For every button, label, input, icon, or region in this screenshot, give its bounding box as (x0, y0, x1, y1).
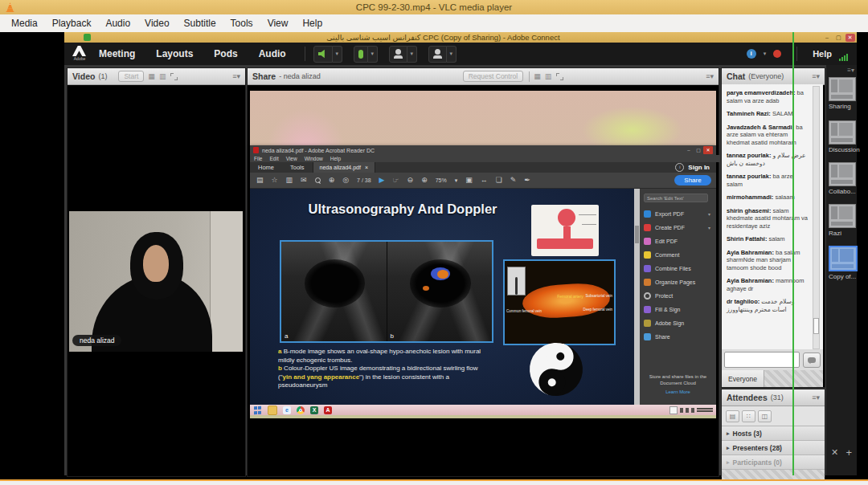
connect-menu-layouts[interactable]: Layouts (145, 48, 203, 59)
attendees-pod-menu-icon[interactable]: ≡▾ (812, 393, 820, 401)
share-fullscreen-icon[interactable] (556, 73, 563, 80)
tab-tools[interactable]: Tools (282, 164, 313, 171)
microphone-button[interactable] (354, 46, 368, 63)
tool-export-pdf[interactable]: Export PDF▾ (644, 207, 712, 221)
chat-message-list[interactable]: parya emamverdizadeh: ba salam va arze a… (722, 84, 823, 349)
email-icon[interactable]: ✉ (301, 177, 307, 184)
pencil-icon[interactable]: ✎ (510, 177, 517, 184)
acrobat-menu-window[interactable]: Window (305, 156, 323, 161)
screen-view-icon[interactable]: ▦ (534, 72, 541, 80)
webcam-dropdown[interactable]: ▾ (407, 46, 417, 63)
microphone-dropdown[interactable]: ▾ (368, 46, 378, 63)
hand-tool-icon[interactable]: ☞ (393, 177, 399, 184)
tool-adobe-sign[interactable]: Adobe Sign (644, 316, 712, 330)
send-chat-button[interactable] (803, 353, 821, 368)
vlc-menu-media[interactable]: Media (5, 16, 44, 31)
tools-search-input[interactable]: Search 'Edit Text' (644, 194, 708, 202)
file-explorer-icon[interactable] (268, 406, 277, 415)
connect-minimize-button[interactable]: – (822, 34, 832, 42)
connect-close-button[interactable]: ✕ (845, 34, 855, 42)
vlc-menu-subtitle[interactable]: Subtitle (178, 16, 223, 31)
vlc-menu-help[interactable]: Help (296, 16, 329, 31)
webcam-button[interactable] (389, 46, 407, 63)
tool-create-pdf[interactable]: Create PDF▾ (644, 221, 712, 234)
layout-thumb-razi[interactable] (829, 204, 856, 228)
acrobat-menu-help[interactable]: Help (330, 156, 341, 161)
fit-width-icon[interactable]: ↔ (481, 177, 488, 184)
vlc-menu-view[interactable]: View (261, 16, 295, 31)
connect-menu-pods[interactable]: Pods (203, 48, 248, 59)
vlc-menu-video[interactable]: Video (138, 16, 175, 31)
zoom-level[interactable]: 75% (436, 177, 447, 183)
acrobat-maximize-button[interactable]: ▢ (694, 146, 703, 154)
chat-input[interactable] (724, 352, 800, 368)
filmstrip-view-icon[interactable]: ▥ (159, 72, 166, 80)
sign-icon[interactable]: ✒ (524, 177, 530, 184)
snapshot-icon[interactable]: ▣ (465, 177, 473, 184)
layout-thumb-sharing[interactable] (829, 77, 856, 101)
tool-protect[interactable]: Protect (644, 289, 712, 303)
share-pod-menu-icon[interactable]: ≡▾ (706, 72, 714, 80)
chat-scrollbar[interactable] (813, 86, 820, 349)
acrobat-share-button[interactable]: Share (674, 175, 711, 185)
vlc-seek-row[interactable] (0, 479, 868, 485)
set-status-dropdown[interactable]: ▾ (447, 46, 457, 63)
chrome-icon[interactable] (297, 406, 305, 414)
video-fullscreen-icon[interactable] (170, 73, 178, 80)
acrobat-close-button[interactable]: ✕ (703, 146, 713, 154)
request-control-button[interactable]: Request Control (463, 71, 523, 82)
video-pod-menu-icon[interactable]: ≡▾ (232, 72, 240, 80)
tab-document[interactable]: neda alizad4.pdf × (313, 162, 375, 173)
zoom-out-icon[interactable]: ⊖ (407, 177, 414, 184)
sign-in-link[interactable]: Sign In (688, 164, 710, 171)
attendee-group-hosts[interactable]: ▸Hosts (3) (722, 426, 825, 441)
chat-scrollbar-thumb[interactable] (813, 318, 819, 334)
speaker-dropdown[interactable]: ▾ (333, 46, 342, 63)
screen-view-alt-icon[interactable]: ▥ (545, 72, 552, 80)
set-status-button[interactable] (428, 46, 447, 63)
chat-pod-menu-icon[interactable]: ≡▾ (812, 72, 820, 80)
print-icon[interactable]: ▥ (286, 177, 293, 184)
zoom-in-icon[interactable]: ⊕ (421, 177, 428, 184)
vlc-menu-playback[interactable]: Playback (46, 16, 98, 31)
layout-thumb-discussion[interactable] (829, 120, 856, 145)
save-icon[interactable]: ▤ (256, 177, 264, 184)
vlc-menu-tools[interactable]: Tools (224, 16, 260, 31)
meeting-info-icon[interactable]: i (747, 49, 756, 59)
tab-everyone[interactable]: Everyone (722, 370, 764, 387)
tool-edit-pdf[interactable]: Edit PDF (644, 234, 712, 248)
acrobat-menu-view[interactable]: View (286, 156, 297, 161)
attendee-group-presenters[interactable]: ▸Presenters (28) (722, 441, 825, 455)
page-indicator[interactable]: 7 / 38 (357, 177, 371, 183)
acrobat-menu-edit[interactable]: Edit (269, 156, 278, 161)
connect-help-link[interactable]: Help (813, 49, 832, 59)
layout-thumb-copy-of[interactable] (829, 246, 858, 271)
vlc-menu-audio[interactable]: Audio (99, 16, 137, 31)
comment-icon[interactable]: ❏ (496, 177, 502, 184)
page-down-icon[interactable]: ◎ (342, 177, 349, 184)
info-dropdown[interactable]: ▾ (764, 51, 767, 57)
acrobat-scrollbar[interactable] (634, 189, 640, 405)
connect-menu-audio[interactable]: Audio (248, 48, 297, 59)
tool-share[interactable]: Share (644, 330, 712, 344)
add-layout-icon[interactable]: + (845, 446, 852, 459)
tool-fill-sign[interactable]: Fill & Sign (644, 303, 712, 316)
attendee-list-view-icon[interactable]: ▤ (726, 410, 739, 422)
delete-layout-icon[interactable]: ✕ (831, 447, 838, 458)
acrobat-menu-file[interactable]: File (254, 156, 262, 161)
page-up-icon[interactable]: ⊕ (329, 177, 335, 184)
star-icon[interactable]: ☆ (272, 177, 278, 184)
layout-thumb-collaboration[interactable] (829, 162, 856, 186)
status-view-icon[interactable]: ◫ (758, 410, 772, 422)
layouts-menu-icon[interactable]: ≡▾ (847, 67, 854, 74)
search-icon[interactable] (315, 177, 321, 183)
grid-view-icon[interactable]: ▦ (148, 72, 155, 80)
tab-home[interactable]: Home (250, 164, 282, 171)
speaker-button[interactable] (313, 46, 333, 63)
zoom-dropdown-icon[interactable]: ▾ (455, 177, 458, 184)
tool-combine-files[interactable]: Combine Files (644, 262, 712, 275)
vlc-video-frame[interactable]: کنفرانس اسیب شناسی بالینی CPC (Copy of S… (0, 32, 868, 479)
acrobat-taskbar-icon[interactable]: A (324, 406, 332, 414)
connect-menu-meeting[interactable]: Meeting (88, 48, 145, 59)
start-button-icon[interactable] (254, 406, 262, 414)
